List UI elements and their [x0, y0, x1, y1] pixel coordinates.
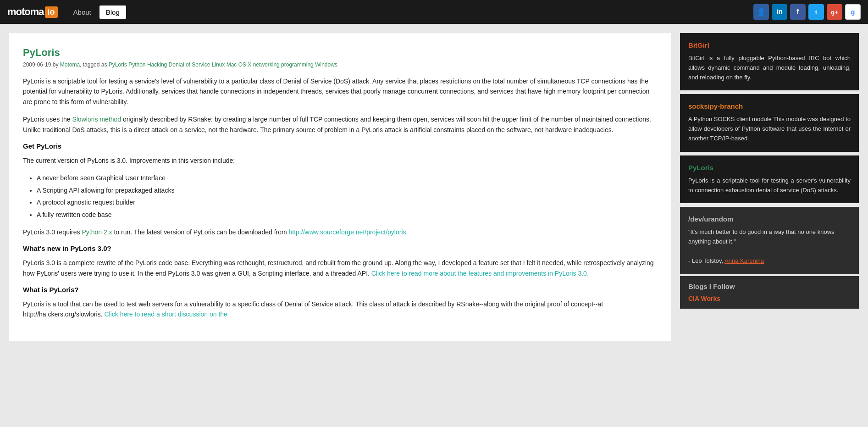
- google-g-icon[interactable]: g: [845, 4, 861, 20]
- devurandom-body: "It's much better to do good in a way th…: [688, 227, 851, 266]
- pyloris-sidebar-body: PyLoris is a scriptable tool for testing…: [688, 176, 851, 195]
- cia-works-link[interactable]: CIA Works: [688, 295, 720, 302]
- nav-blog[interactable]: Blog: [100, 6, 126, 19]
- tag-windows[interactable]: Windows: [315, 61, 337, 68]
- pyloris-widget: PyLoris PyLoris is a scriptable tool for…: [680, 155, 859, 204]
- whats-new-paragraph: PyLoris 3.0 is a complete rewrite of the…: [23, 258, 657, 278]
- version-paragraph: The current version of PyLoris is 3.0. I…: [23, 155, 657, 166]
- list-item: A fully rewritten code base: [37, 210, 657, 220]
- post-date: 2009-06-19 by: [23, 61, 58, 68]
- post-body: PyLoris is a scriptable tool for testing…: [23, 76, 657, 320]
- tag-linux[interactable]: Linux: [212, 61, 225, 68]
- tag-python[interactable]: Python: [128, 61, 145, 68]
- blogs-title: Blogs I Follow: [680, 276, 859, 295]
- what-is-paragraph: PyLoris is a tool that can be used to te…: [23, 299, 657, 320]
- pyloris-sidebar-title[interactable]: PyLoris: [688, 164, 851, 172]
- social-icons: 👤 in f t g+ g: [753, 4, 861, 20]
- what-is-heading: What is PyLoris?: [23, 286, 657, 294]
- socksipy-widget: socksipy-branch A Python SOCKS client mo…: [680, 94, 859, 151]
- blogs-widget: Blogs I Follow CIA Works: [680, 276, 859, 309]
- devurandom-widget: /dev/urandom "It's much better to do goo…: [680, 207, 859, 274]
- post-tagged: tagged as: [83, 61, 107, 68]
- bitgirl-body: BitGirl is a fully pluggable Python-base…: [688, 54, 851, 82]
- facebook-icon[interactable]: f: [790, 4, 806, 20]
- list-item: A Scripting API allowing for prepackaged…: [37, 185, 657, 195]
- requires-paragraph: PyLoris 3.0 requires Python 2.x to run. …: [23, 227, 657, 237]
- slowloris-link[interactable]: Slowloris method: [72, 116, 121, 123]
- tag-programming[interactable]: programming: [281, 61, 314, 68]
- list-item: A protocol agnostic request builder: [37, 197, 657, 207]
- python-link[interactable]: Python 2.x: [82, 228, 112, 236]
- socksipy-title[interactable]: socksipy-branch: [688, 102, 851, 110]
- list-item: A never before seen Graphical User Inter…: [37, 173, 657, 183]
- get-pyloris-heading: Get PyLoris: [23, 142, 657, 150]
- slowloris-paragraph: PyLoris uses the Slowloris method origin…: [23, 114, 657, 135]
- tag-mac[interactable]: Mac OS X: [227, 61, 252, 68]
- nav: About Blog: [67, 6, 126, 19]
- devurandom-title: /dev/urandom: [688, 215, 851, 223]
- bitgirl-title: BitGirl: [688, 41, 851, 49]
- sidebar: BitGirl BitGirl is a fully pluggable Pyt…: [680, 33, 859, 341]
- anna-karenina-link[interactable]: Anna Karenina: [724, 257, 764, 264]
- blogs-list: CIA Works: [680, 295, 859, 309]
- tag-hacking[interactable]: Hacking: [147, 61, 167, 68]
- devurandom-attribution: - Leo Tolstoy,: [688, 257, 723, 264]
- page-wrapper: PyLoris 2009-06-19 by Motoma, tagged as …: [0, 24, 868, 350]
- slowloris-read-link[interactable]: Click here to read a short discussion on…: [104, 311, 227, 318]
- nav-about[interactable]: About: [67, 6, 98, 19]
- bitgirl-widget: BitGirl BitGirl is a fully pluggable Pyt…: [680, 33, 859, 90]
- intro-paragraph: PyLoris is a scriptable tool for testing…: [23, 76, 657, 107]
- profile-icon[interactable]: 👤: [753, 4, 769, 20]
- logo-box: io: [45, 6, 58, 18]
- features-link[interactable]: Click here to read more about the featur…: [371, 270, 589, 277]
- header: motoma io About Blog 👤 in f t g+ g: [0, 0, 868, 24]
- post-author[interactable]: Motoma: [60, 61, 80, 68]
- tag-dos[interactable]: Denial of Service: [169, 61, 210, 68]
- post-meta: 2009-06-19 by Motoma, tagged as PyLoris …: [23, 61, 657, 68]
- features-list: A never before seen Graphical User Inter…: [37, 173, 657, 220]
- post-title: PyLoris: [23, 47, 657, 59]
- devurandom-quote: "It's much better to do good in a way th…: [688, 228, 835, 245]
- twitter-icon[interactable]: t: [808, 4, 824, 20]
- google-plus-icon[interactable]: g+: [827, 4, 842, 20]
- main-content: PyLoris 2009-06-19 by Motoma, tagged as …: [9, 33, 671, 341]
- sourceforge-link[interactable]: http://www.sourceforge.net/project/pylor…: [289, 228, 406, 236]
- socksipy-body: A Python SOCKS client module This module…: [688, 115, 851, 143]
- logo-text: motoma: [7, 6, 44, 18]
- logo[interactable]: motoma io: [7, 6, 58, 18]
- whats-new-heading: What's new in PyLoris 3.0?: [23, 244, 657, 252]
- tag-networking[interactable]: networking: [253, 61, 280, 68]
- linkedin-icon[interactable]: in: [772, 4, 787, 20]
- tag-pyloris[interactable]: PyLoris: [109, 61, 127, 68]
